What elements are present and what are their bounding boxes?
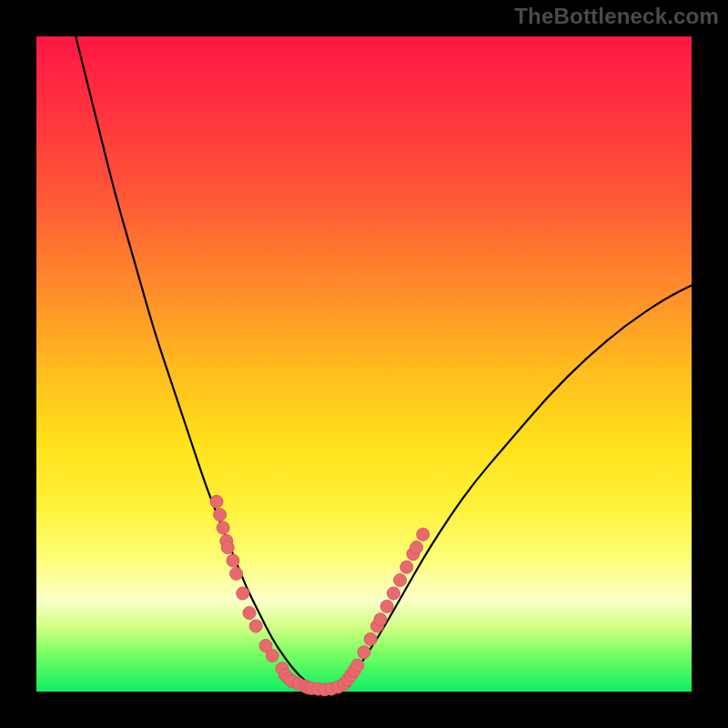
plot-area — [36, 36, 692, 692]
watermark-text: TheBottleneck.com — [514, 4, 719, 29]
data-point — [364, 632, 377, 645]
bottleneck-curve — [76, 36, 692, 690]
data-point — [266, 649, 278, 662]
data-point — [410, 541, 423, 554]
chart-frame: TheBottleneck.com — [0, 0, 728, 728]
chart-svg — [36, 36, 692, 692]
data-point — [374, 613, 387, 626]
data-point — [214, 509, 227, 521]
data-point — [210, 495, 223, 508]
curve-markers — [210, 495, 430, 696]
data-point — [217, 521, 229, 534]
data-point — [227, 554, 239, 567]
data-point — [237, 587, 249, 600]
data-point — [358, 646, 370, 659]
data-point — [351, 659, 364, 672]
data-point — [400, 561, 413, 573]
data-point — [380, 600, 393, 612]
data-point — [249, 620, 262, 632]
data-point — [394, 574, 407, 587]
data-point — [221, 541, 234, 554]
data-point — [387, 587, 399, 600]
data-point — [417, 528, 430, 541]
data-point — [243, 607, 256, 620]
data-point — [230, 567, 243, 580]
